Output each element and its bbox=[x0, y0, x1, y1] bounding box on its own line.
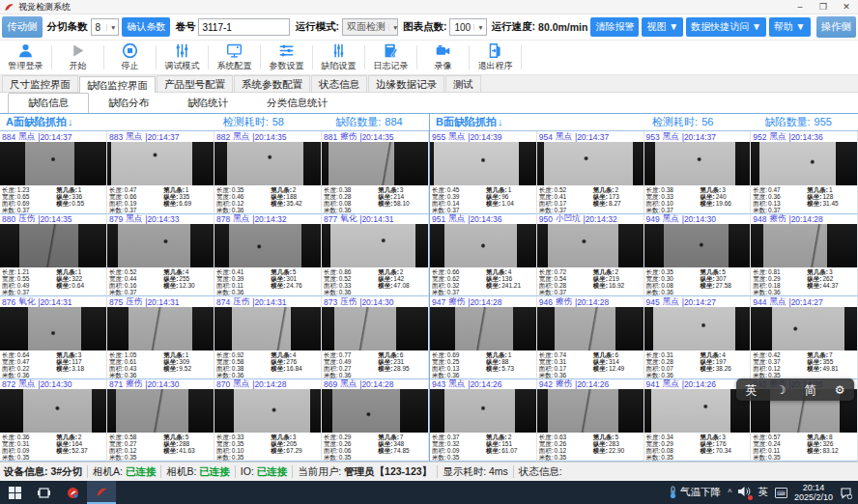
slit-count-select[interactable]: 8▼ bbox=[91, 18, 120, 36]
admin-login-button[interactable]: 管理登录 bbox=[0, 41, 51, 74]
defect-thumbnail[interactable] bbox=[107, 389, 214, 433]
weather-widget[interactable]: 气温下降 bbox=[669, 486, 721, 499]
defect-thumbnail[interactable] bbox=[644, 307, 751, 350]
chart-points-select[interactable]: 100▼ bbox=[449, 18, 486, 36]
sub-tab[interactable]: 缺陷分布 bbox=[89, 94, 168, 113]
defect-card[interactable]: 949 黑点 |20:14:30 长度:0.35 第几条:5 宽度:0.30 纵… bbox=[644, 214, 752, 297]
defect-card[interactable]: 947 擦伤 |20:14:28 长度:0.69 第几条:1 宽度:0.25 纵… bbox=[430, 296, 537, 379]
defect-card[interactable]: 877 氧化 |20:14:31 长度:0.86 第几条:2 宽度:0.52 纵… bbox=[322, 214, 429, 297]
sub-tab[interactable]: 分类信息统计 bbox=[247, 94, 347, 113]
defect-thumbnail[interactable] bbox=[430, 142, 536, 185]
defect-thumbnail[interactable] bbox=[430, 224, 536, 267]
defect-card[interactable]: 882 黑点 |20:14:35 长度:0.35 第几条:2 宽度:0.46 纵… bbox=[214, 131, 322, 214]
defect-thumbnail[interactable] bbox=[537, 224, 644, 267]
ime-simplified-button[interactable]: 简 bbox=[805, 384, 816, 396]
defect-thumbnail[interactable] bbox=[322, 224, 428, 267]
defect-card[interactable]: 943 黑点 |20:14:26 长度:0.37 第几条:2 宽度:0.32 纵… bbox=[430, 379, 537, 462]
main-tab[interactable]: 尺寸监控界面 bbox=[2, 75, 78, 92]
defect-thumbnail[interactable] bbox=[751, 224, 857, 267]
defect-card[interactable]: 879 黑点 |20:14:33 长度:0.52 第几条:4 宽度:0.44 纵… bbox=[107, 214, 214, 297]
defect-thumbnail[interactable] bbox=[322, 142, 428, 185]
main-tab[interactable]: 测试 bbox=[445, 75, 481, 92]
defect-thumbnail[interactable] bbox=[107, 142, 214, 185]
task-view-button[interactable] bbox=[29, 481, 58, 504]
defect-card[interactable]: 871 擦伤 |20:14:30 长度:0.58 第几条:5 宽度:0.27 纵… bbox=[107, 379, 214, 462]
defect-card[interactable]: 883 黑点 |20:14:37 长度:0.47 第几条:1 宽度:0.66 纵… bbox=[107, 131, 214, 214]
defect-thumbnail[interactable] bbox=[107, 307, 214, 350]
close-button[interactable]: ✕ bbox=[835, 0, 858, 14]
taskbar-clock[interactable]: 20:14 2025/2/10 bbox=[794, 483, 833, 502]
exit-program-button[interactable]: 退出程序 bbox=[470, 41, 521, 74]
defect-card[interactable]: 942 擦伤 |20:14:26 长度:0.63 第几条:5 宽度:0.26 纵… bbox=[537, 379, 644, 462]
roll-number-input[interactable] bbox=[198, 18, 290, 36]
confirm-count-button[interactable]: 确认条数 bbox=[122, 17, 170, 37]
defect-card[interactable]: 948 擦伤 |20:14:28 长度:0.81 第几条:3 宽度:0.29 纵… bbox=[751, 214, 858, 297]
defect-thumbnail[interactable] bbox=[214, 389, 321, 433]
defect-thumbnail[interactable] bbox=[0, 142, 106, 185]
defect-card[interactable]: 955 黑点 |20:14:39 长度:0.45 第几条:1 宽度:0.39 纵… bbox=[430, 131, 537, 214]
minimize-button[interactable]: – bbox=[788, 0, 812, 14]
defect-thumbnail[interactable] bbox=[214, 142, 321, 185]
defect-thumbnail[interactable] bbox=[537, 142, 644, 185]
sort-arrow-icon[interactable]: ↓ bbox=[498, 116, 503, 127]
defect-thumbnail[interactable] bbox=[430, 307, 536, 350]
defect-card[interactable]: 875 压伤 |20:14:31 长度:1.05 第几条:1 宽度:0.61 纵… bbox=[107, 296, 214, 379]
defect-card[interactable]: 954 黑点 |20:14:37 长度:0.52 第几条:2 宽度:0.41 纵… bbox=[537, 131, 644, 214]
defect-thumbnail[interactable] bbox=[751, 142, 857, 185]
log-record-button[interactable]: 日志记录 bbox=[365, 41, 416, 74]
defect-card[interactable]: 876 氧化 |20:14:31 长度:0.64 第几条:3 宽度:0.47 纵… bbox=[0, 296, 107, 379]
main-tab[interactable]: 系统参数配置 bbox=[234, 75, 310, 92]
defect-thumbnail[interactable] bbox=[537, 307, 644, 350]
defect-card[interactable]: 884 黑点 |20:14:37 长度:1.23 第几条:1 宽度:0.65 纵… bbox=[0, 131, 107, 214]
main-tab[interactable]: 状态信息 bbox=[311, 75, 367, 92]
defect-card[interactable]: 953 黑点 |20:14:37 长度:0.38 第几条:3 宽度:0.33 纵… bbox=[644, 131, 752, 214]
sub-tab[interactable]: 缺陷统计 bbox=[168, 94, 247, 113]
defect-card[interactable]: 872 黑点 |20:14:30 长度:0.36 第几条:2 宽度:0.31 纵… bbox=[0, 379, 107, 462]
clear-alarm-button[interactable]: 清除报警 bbox=[590, 17, 639, 37]
defect-settings-button[interactable]: 缺陷设置 bbox=[313, 41, 364, 74]
defect-card[interactable]: 946 擦伤 |20:14:28 长度:0.74 第几条:6 宽度:0.31 纵… bbox=[537, 296, 644, 379]
help-menu-button[interactable]: 帮助 ▼ bbox=[769, 17, 811, 37]
main-tab[interactable]: 边缘数据记录 bbox=[368, 75, 444, 92]
record-video-button[interactable]: 录像 bbox=[417, 41, 469, 74]
defect-card[interactable]: 870 黑点 |20:14:28 长度:0.33 第几条:3 宽度:0.35 纵… bbox=[214, 379, 322, 462]
view-menu-button[interactable]: 视图 ▼ bbox=[642, 17, 683, 37]
volume-button[interactable] bbox=[738, 486, 751, 499]
defect-card[interactable]: 874 压伤 |20:14:31 长度:0.92 第几条:4 宽度:0.58 纵… bbox=[214, 296, 322, 379]
defect-card[interactable]: 869 黑点 |20:14:28 长度:0.29 第几条:7 宽度:0.26 纵… bbox=[322, 379, 429, 462]
defect-thumbnail[interactable] bbox=[107, 224, 214, 267]
main-tab[interactable]: 缺陷监控界面 bbox=[79, 76, 156, 93]
sub-tab[interactable]: 缺陷信息 bbox=[8, 93, 89, 113]
defect-thumbnail[interactable] bbox=[537, 389, 644, 433]
active-app-button[interactable] bbox=[87, 481, 116, 504]
defect-card[interactable]: 878 黑点 |20:14:32 长度:0.41 第几条:5 宽度:0.39 纵… bbox=[214, 214, 322, 297]
defect-thumbnail[interactable] bbox=[322, 389, 428, 433]
defect-card[interactable]: 880 压伤 |20:14:35 长度:1.21 第几条:1 宽度:0.55 纵… bbox=[0, 214, 107, 297]
defect-card[interactable]: 951 黑点 |20:14:36 长度:0.66 第几条:4 宽度:0.62 纵… bbox=[430, 214, 537, 297]
quick-data-menu-button[interactable]: 数据快捷访问 ▼ bbox=[686, 17, 766, 37]
defect-thumbnail[interactable] bbox=[214, 224, 321, 267]
defect-thumbnail[interactable] bbox=[322, 307, 428, 350]
defect-thumbnail[interactable] bbox=[751, 307, 857, 350]
defect-card[interactable]: 950 小凹坑 |20:14:32 长度:0.72 第几条:2 宽度:0.54 … bbox=[537, 214, 644, 297]
action-center-icon[interactable] bbox=[840, 487, 852, 499]
drive-side-button[interactable]: 传动侧 bbox=[2, 16, 43, 38]
defect-thumbnail[interactable] bbox=[430, 389, 536, 433]
touch-keyboard-button[interactable]: ⌨ bbox=[775, 488, 787, 498]
operator-side-button[interactable]: 操作侧 bbox=[816, 16, 857, 38]
defect-card[interactable]: 873 压伤 |20:14:30 长度:0.77 第几条:6 宽度:0.49 纵… bbox=[322, 296, 429, 379]
tray-overflow-button[interactable]: ^ bbox=[728, 488, 731, 497]
defect-card[interactable]: 952 黑点 |20:14:36 长度:0.47 第几条:1 宽度:0.36 纵… bbox=[751, 131, 858, 214]
ime-english-button[interactable]: 英 bbox=[746, 384, 758, 396]
defect-card[interactable]: 944 黑点 |20:14:27 长度:0.42 第几条:7 宽度:0.37 纵… bbox=[751, 296, 858, 379]
start-button[interactable]: 开始 bbox=[52, 41, 103, 74]
ime-settings-gear-icon[interactable]: ⚙ bbox=[835, 384, 845, 396]
ime-moon-icon[interactable]: ☽ bbox=[776, 384, 786, 396]
defect-thumbnail[interactable] bbox=[214, 307, 321, 350]
debug-mode-button[interactable]: 调试模式 bbox=[157, 41, 208, 74]
ime-language-button[interactable]: 英 bbox=[758, 486, 768, 499]
pinned-app-button[interactable] bbox=[58, 481, 87, 504]
defect-thumbnail[interactable] bbox=[0, 307, 106, 350]
defect-thumbnail[interactable] bbox=[644, 224, 751, 267]
stop-button[interactable]: 停止 bbox=[104, 41, 156, 74]
